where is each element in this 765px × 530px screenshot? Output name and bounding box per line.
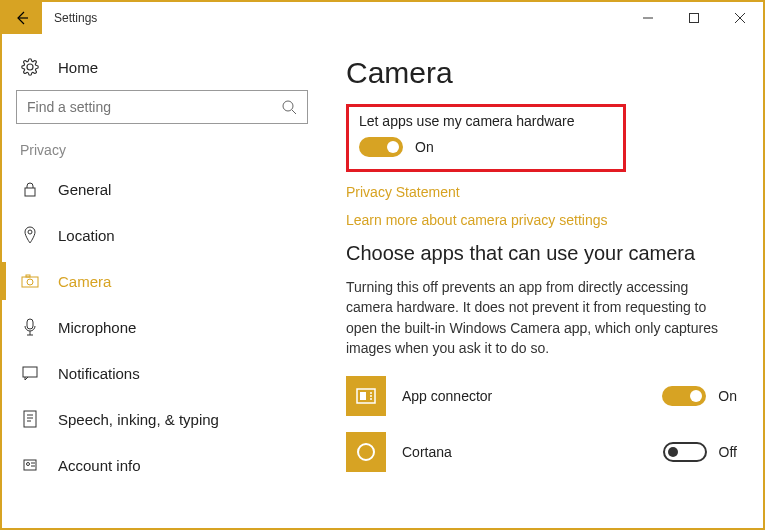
- titlebar: Settings: [2, 2, 763, 34]
- arrow-left-icon: [14, 10, 30, 26]
- sidebar-item-microphone[interactable]: Microphone: [2, 304, 322, 350]
- gear-icon: [20, 58, 40, 76]
- sidebar-item-general[interactable]: General: [2, 166, 322, 212]
- svg-point-5: [283, 101, 293, 111]
- cortana-state: Off: [719, 444, 737, 460]
- search-icon: [281, 99, 297, 115]
- svg-point-8: [28, 230, 32, 234]
- app-name: Cortana: [402, 444, 651, 460]
- svg-point-24: [370, 392, 372, 394]
- close-button[interactable]: [717, 2, 763, 34]
- apps-section-title: Choose apps that can use your camera: [346, 242, 737, 265]
- app-connector-icon: [346, 376, 386, 416]
- speech-icon: [20, 410, 40, 428]
- svg-rect-12: [27, 319, 33, 329]
- location-icon: [20, 226, 40, 244]
- svg-point-19: [27, 463, 30, 466]
- sidebar-item-label: Camera: [58, 273, 111, 290]
- master-toggle-state: On: [415, 139, 434, 155]
- svg-rect-11: [26, 275, 30, 277]
- svg-point-26: [370, 398, 372, 400]
- minimize-button[interactable]: [625, 2, 671, 34]
- privacy-statement-link[interactable]: Privacy Statement: [346, 184, 737, 200]
- lock-icon: [20, 181, 40, 197]
- apps-section-description: Turning this off prevents an app from di…: [346, 277, 736, 358]
- sidebar-item-label: Location: [58, 227, 115, 244]
- sidebar-item-label: Notifications: [58, 365, 140, 382]
- cortana-toggle[interactable]: [663, 442, 707, 462]
- microphone-icon: [20, 318, 40, 336]
- sidebar-item-label: General: [58, 181, 111, 198]
- sidebar-item-account[interactable]: Account info: [2, 442, 322, 488]
- sidebar-item-label: Speech, inking, & typing: [58, 411, 219, 428]
- sidebar-item-label: Account info: [58, 457, 141, 474]
- notifications-icon: [20, 365, 40, 381]
- sidebar: Home Privacy General Location Camera Mic…: [2, 34, 322, 528]
- highlight-box: Let apps use my camera hardware On: [346, 104, 626, 172]
- svg-line-6: [292, 110, 296, 114]
- maximize-button[interactable]: [671, 2, 717, 34]
- svg-point-25: [370, 395, 372, 397]
- sidebar-item-camera[interactable]: Camera: [2, 258, 322, 304]
- home-button[interactable]: Home: [2, 50, 322, 90]
- home-label: Home: [58, 59, 98, 76]
- back-button[interactable]: [2, 2, 42, 34]
- master-toggle-label: Let apps use my camera hardware: [359, 113, 613, 129]
- search-box[interactable]: [16, 90, 308, 124]
- account-icon: [20, 457, 40, 473]
- window-controls: [625, 2, 763, 34]
- svg-rect-13: [23, 367, 37, 377]
- svg-point-27: [358, 444, 374, 460]
- sidebar-item-notifications[interactable]: Notifications: [2, 350, 322, 396]
- svg-rect-18: [24, 460, 36, 470]
- search-input[interactable]: [27, 99, 281, 115]
- svg-rect-2: [690, 14, 699, 23]
- cortana-icon: [346, 432, 386, 472]
- app-connector-toggle[interactable]: [662, 386, 706, 406]
- app-row-app-connector: App connector On: [346, 376, 737, 416]
- camera-icon: [20, 274, 40, 288]
- window-title: Settings: [54, 11, 625, 25]
- learn-more-link[interactable]: Learn more about camera privacy settings: [346, 212, 737, 228]
- main-panel: Camera Let apps use my camera hardware O…: [322, 34, 763, 528]
- category-label: Privacy: [2, 142, 322, 166]
- svg-point-10: [27, 279, 33, 285]
- sidebar-item-location[interactable]: Location: [2, 212, 322, 258]
- page-title: Camera: [346, 56, 737, 90]
- svg-rect-14: [24, 411, 36, 427]
- sidebar-item-label: Microphone: [58, 319, 136, 336]
- svg-rect-23: [360, 392, 366, 400]
- app-row-cortana: Cortana Off: [346, 432, 737, 472]
- master-toggle[interactable]: [359, 137, 403, 157]
- sidebar-item-speech[interactable]: Speech, inking, & typing: [2, 396, 322, 442]
- svg-rect-7: [25, 188, 35, 196]
- app-connector-state: On: [718, 388, 737, 404]
- app-name: App connector: [402, 388, 651, 404]
